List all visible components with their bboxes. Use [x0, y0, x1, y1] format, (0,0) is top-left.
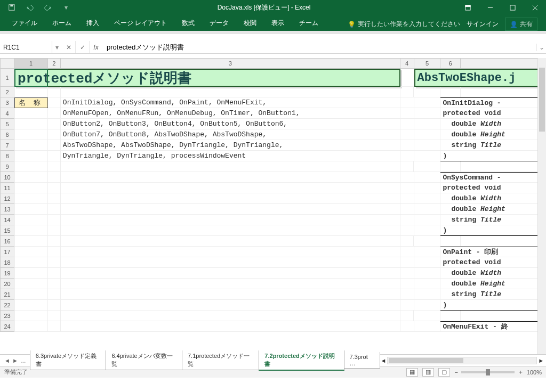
row-header[interactable]: 15	[0, 225, 14, 236]
row-header[interactable]: 1	[0, 69, 14, 87]
maximize-button[interactable]	[501, 0, 524, 15]
sheet-tab-bar: ◄ ► … 6.3privateメソッド定義書 6.4privateメンバ変数一…	[0, 354, 546, 366]
row-header[interactable]: 19	[0, 268, 14, 279]
save-icon[interactable]	[6, 2, 17, 13]
formula-bar-expand[interactable]: ⌄	[536, 44, 546, 51]
row-header[interactable]: 23	[0, 311, 14, 321]
row-header[interactable]: 21	[0, 289, 14, 300]
row-header[interactable]: 7	[0, 140, 14, 151]
name-box[interactable]	[0, 41, 52, 53]
ribbon-tab-view[interactable]: 表示	[264, 15, 292, 31]
tab-nav-more[interactable]: …	[20, 357, 26, 364]
ribbon-tab-insert[interactable]: 挿入	[79, 15, 107, 31]
row-header[interactable]: 16	[0, 236, 14, 247]
formula-input[interactable]	[102, 43, 536, 51]
ribbon-tab-review[interactable]: 校閲	[236, 15, 264, 31]
row-header[interactable]: 10	[0, 172, 14, 183]
row-header[interactable]: 24	[0, 321, 14, 332]
signin-link[interactable]: サインイン	[467, 20, 499, 29]
cell[interactable]: OnInitDialog, OnSysCommand, OnPaint, OnM…	[61, 97, 400, 108]
redo-icon[interactable]	[43, 2, 53, 13]
select-all-corner[interactable]	[0, 58, 14, 69]
zoom-slider[interactable]	[461, 371, 515, 373]
row-header[interactable]: 8	[0, 151, 14, 161]
view-normal-icon[interactable]: ▦	[406, 368, 418, 377]
row-header[interactable]: 9	[0, 161, 14, 172]
undo-icon[interactable]	[25, 2, 35, 13]
col-header[interactable]: 6	[440, 58, 461, 69]
row-header[interactable]: 4	[0, 108, 14, 119]
svg-rect-5	[510, 5, 515, 10]
zoom-out-icon[interactable]: −	[454, 369, 457, 375]
minimize-button[interactable]	[479, 0, 501, 15]
vertical-scrollbar[interactable]	[537, 58, 546, 354]
zoom-level[interactable]: 100%	[527, 369, 542, 375]
hscroll-right-icon[interactable]: ►	[538, 357, 544, 364]
row-header[interactable]: 11	[0, 183, 14, 193]
title-cell-right[interactable]: AbsTwoEShape.j	[414, 69, 547, 87]
ribbon-tab-team[interactable]: チーム	[292, 15, 326, 31]
fx-icon[interactable]: fx	[90, 44, 102, 51]
share-button[interactable]: 👤 共有	[505, 18, 537, 31]
tell-me-search[interactable]: 💡 実行したい作業を入力してください	[348, 20, 460, 29]
title-cell[interactable]: protectedメソッド説明書	[14, 69, 400, 87]
status-ready: 準備完了	[4, 368, 28, 376]
row-header[interactable]: 18	[0, 257, 14, 268]
close-button[interactable]	[524, 0, 546, 15]
ribbon-tab-file[interactable]: ファイル	[4, 15, 45, 31]
window-title: DocJava.xls [保護ビュー] - Excel	[71, 3, 456, 12]
spreadsheet-grid: 1 2 3 4 5 6 7 8 9 10 11 12 13 14 15 16 1…	[0, 58, 546, 354]
enter-icon[interactable]: ✓	[76, 41, 90, 53]
view-layout-icon[interactable]: ▥	[422, 368, 434, 377]
cell[interactable]: OnInitDialog -	[440, 97, 546, 108]
ribbon-tab-home[interactable]: ホーム	[45, 15, 79, 31]
row-header[interactable]: 5	[0, 119, 14, 129]
label-name[interactable]: 名 称	[14, 97, 48, 108]
row-header[interactable]: 3	[0, 97, 14, 108]
view-pagebreak-icon[interactable]: ▢	[438, 368, 450, 377]
title-bar: ▾ DocJava.xls [保護ビュー] - Excel	[0, 0, 546, 15]
col-header[interactable]: 2	[48, 58, 61, 69]
zoom-in-icon[interactable]: ＋	[518, 368, 524, 376]
horizontal-scrollbar[interactable]	[387, 357, 537, 364]
tab-nav-next-icon[interactable]: ►	[12, 357, 18, 364]
row-header[interactable]: 17	[0, 247, 14, 257]
svg-rect-3	[465, 5, 470, 6]
qat-customize-icon[interactable]: ▾	[61, 2, 71, 13]
ribbon-display-icon[interactable]	[456, 0, 479, 15]
ribbon-tab-data[interactable]: データ	[202, 15, 236, 31]
col-header[interactable]	[461, 58, 546, 69]
col-header[interactable]: 1	[14, 58, 48, 69]
name-box-dropdown[interactable]: ▾	[52, 44, 62, 51]
person-icon: 👤	[510, 21, 518, 28]
tab-nav-prev-icon[interactable]: ◄	[4, 357, 10, 364]
hscroll-left-icon[interactable]: ◄	[380, 357, 386, 364]
col-header[interactable]: 5	[414, 58, 441, 69]
row-header[interactable]: 14	[0, 215, 14, 225]
ribbon-tab-layout[interactable]: ページ レイアウト	[107, 15, 174, 31]
name-box-input[interactable]	[3, 44, 49, 51]
ribbon-tab-formulas[interactable]: 数式	[174, 15, 202, 31]
formula-bar: ▾ ✕ ✓ fx ⌄	[0, 41, 546, 54]
row-header[interactable]: 6	[0, 129, 14, 140]
ribbon: ファイル ホーム 挿入 ページ レイアウト 数式 データ 校閲 表示 チーム 💡…	[0, 15, 546, 31]
row-header[interactable]: 20	[0, 279, 14, 289]
col-header[interactable]: 3	[61, 58, 400, 69]
lightbulb-icon: 💡	[348, 21, 356, 28]
col-header[interactable]: 4	[400, 58, 414, 69]
sheet-tab[interactable]: 7.3prot …	[344, 352, 381, 369]
cancel-icon[interactable]: ✕	[62, 41, 76, 53]
row-header[interactable]: 22	[0, 300, 14, 311]
row-header[interactable]: 13	[0, 204, 14, 215]
row-header[interactable]: 12	[0, 193, 14, 204]
svg-rect-1	[10, 5, 13, 7]
row-header[interactable]: 2	[0, 87, 14, 97]
